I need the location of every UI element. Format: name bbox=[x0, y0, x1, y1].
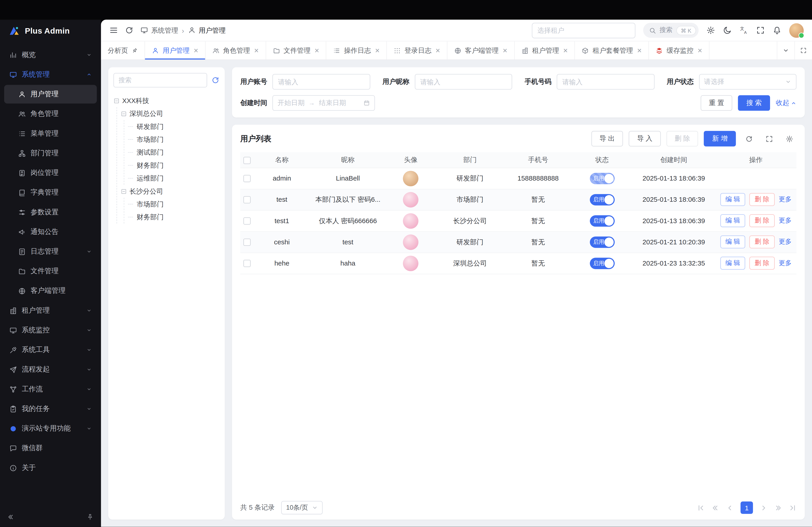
sidebar-item-file-manage[interactable]: 文件管理 bbox=[4, 262, 97, 281]
tab-dropdown-button[interactable] bbox=[777, 42, 794, 60]
sidebar-item-wechat-group[interactable]: 微信群 bbox=[4, 439, 97, 457]
sidebar-item-tenant-manage[interactable]: 租户管理 bbox=[4, 301, 97, 320]
status-toggle[interactable]: 启用 bbox=[590, 173, 614, 184]
collapse-filters-link[interactable]: 收起 bbox=[776, 98, 796, 107]
last-page-icon[interactable] bbox=[789, 504, 796, 511]
filter-input-account[interactable] bbox=[273, 74, 370, 90]
settings-icon[interactable] bbox=[707, 26, 715, 35]
sidebar-item-client-manage[interactable]: 客户端管理 bbox=[4, 282, 97, 300]
sidebar-item-log-manage[interactable]: 日志管理 bbox=[4, 242, 97, 261]
tree-node[interactable]: 财务部门 bbox=[128, 159, 219, 172]
fullscreen-icon[interactable] bbox=[756, 26, 765, 35]
sidebar-item-demo-features[interactable]: 演示站专用功能 bbox=[4, 419, 97, 438]
tab-file[interactable]: 文件管理× bbox=[266, 42, 327, 60]
user-avatar-menu[interactable] bbox=[789, 23, 804, 37]
next-jump-icon[interactable] bbox=[774, 504, 782, 511]
row-checkbox[interactable] bbox=[243, 175, 250, 182]
sidebar-item-dict-manage[interactable]: 字典管理 bbox=[4, 183, 97, 202]
tab-user[interactable]: 用户管理× bbox=[145, 42, 205, 60]
edit-button[interactable]: 编 辑 bbox=[720, 257, 745, 270]
sidebar-item-workflow[interactable]: 工作流 bbox=[4, 380, 97, 398]
sidebar-item-menu-manage[interactable]: 菜单管理 bbox=[4, 124, 97, 143]
sidebar-item-system[interactable]: 系统管理 bbox=[4, 65, 97, 84]
sidebar-item-my-tasks[interactable]: 我的任务 bbox=[4, 400, 97, 418]
prev-jump-icon[interactable] bbox=[712, 504, 719, 511]
refresh-table-button[interactable] bbox=[742, 132, 756, 146]
app-logo[interactable]: Plus Admin bbox=[0, 20, 101, 42]
tab-op-log[interactable]: 操作日志× bbox=[327, 42, 387, 60]
sidebar-item-about[interactable]: 关于 bbox=[4, 458, 97, 477]
sidebar-item-system-monitor[interactable]: 系统监控 bbox=[4, 321, 97, 340]
status-toggle[interactable]: 启用 bbox=[590, 215, 614, 227]
tree-node[interactable]: 财务部门 bbox=[128, 211, 219, 223]
tenant-select-input[interactable] bbox=[532, 22, 635, 38]
status-toggle[interactable]: 启用 bbox=[590, 236, 614, 248]
status-toggle[interactable]: 启用 bbox=[590, 194, 614, 205]
sidebar-item-post-manage[interactable]: 岗位管理 bbox=[4, 164, 97, 182]
tab-cache-monitor[interactable]: 缓存监控× bbox=[649, 42, 709, 60]
first-page-icon[interactable] bbox=[697, 504, 705, 511]
tab-tenant[interactable]: 租户管理× bbox=[514, 42, 575, 60]
prev-page-icon[interactable] bbox=[726, 504, 734, 511]
filter-input-phone[interactable] bbox=[557, 74, 654, 90]
tree-search-input[interactable] bbox=[114, 73, 207, 88]
status-toggle[interactable]: 启用 bbox=[590, 257, 614, 269]
delete-button[interactable]: 删 除 bbox=[750, 214, 774, 227]
edit-button[interactable]: 编 辑 bbox=[720, 236, 745, 249]
tab-analysis[interactable]: 分析页 bbox=[101, 42, 145, 60]
menu-icon[interactable] bbox=[109, 26, 118, 35]
export-button[interactable]: 导 出 bbox=[591, 131, 623, 147]
more-button[interactable]: 更多 bbox=[779, 216, 792, 225]
edit-button[interactable]: 编 辑 bbox=[720, 214, 745, 227]
tab-role[interactable]: 角色管理× bbox=[205, 42, 266, 60]
table-settings-button[interactable] bbox=[782, 132, 796, 146]
next-page-icon[interactable] bbox=[760, 504, 767, 511]
global-search-button[interactable]: 搜索 ⌘ K bbox=[643, 23, 699, 38]
tree-node[interactable]: 深圳总公司 bbox=[121, 107, 220, 120]
close-tab-icon[interactable]: × bbox=[375, 47, 380, 54]
tab-login-log[interactable]: 登录日志× bbox=[387, 42, 447, 60]
tree-refresh-icon[interactable] bbox=[211, 76, 220, 85]
close-tab-icon[interactable]: × bbox=[436, 47, 440, 54]
delete-button[interactable]: 删 除 bbox=[750, 193, 774, 206]
tree-node[interactable]: XXX科技 bbox=[114, 94, 220, 107]
close-tab-icon[interactable]: × bbox=[254, 47, 259, 54]
sidebar-item-overview[interactable]: 概览 bbox=[4, 46, 97, 64]
reset-button[interactable]: 重 置 bbox=[700, 95, 733, 111]
page-size-select[interactable]: 10条/页 bbox=[281, 501, 322, 514]
sidebar-item-notice[interactable]: 通知公告 bbox=[4, 223, 97, 241]
content-fullscreen-button[interactable] bbox=[794, 42, 812, 60]
expand-table-button[interactable] bbox=[762, 132, 776, 146]
tree-node[interactable]: 市场部门 bbox=[128, 198, 219, 211]
sidebar-item-flow-start[interactable]: 流程发起 bbox=[4, 360, 97, 379]
language-icon[interactable]: 文A bbox=[740, 26, 749, 35]
more-button[interactable]: 更多 bbox=[779, 238, 792, 246]
filter-input-nickname[interactable] bbox=[415, 74, 512, 90]
sidebar-item-dept-manage[interactable]: 部门管理 bbox=[4, 144, 97, 163]
refresh-page-icon[interactable] bbox=[125, 26, 133, 35]
more-button[interactable]: 更多 bbox=[779, 259, 792, 268]
delete-selected-button[interactable]: 删 除 bbox=[666, 131, 698, 147]
row-checkbox[interactable] bbox=[243, 217, 250, 225]
close-tab-icon[interactable]: × bbox=[194, 47, 198, 54]
delete-button[interactable]: 删 除 bbox=[750, 257, 774, 270]
select-all-checkbox[interactable] bbox=[243, 157, 250, 164]
tab-client[interactable]: 客户端管理× bbox=[447, 42, 514, 60]
close-tab-icon[interactable]: × bbox=[637, 47, 642, 54]
row-checkbox[interactable] bbox=[243, 260, 250, 267]
close-tab-icon[interactable]: × bbox=[315, 47, 319, 54]
breadcrumb-item[interactable]: 系统管理 bbox=[151, 26, 178, 35]
close-tab-icon[interactable]: × bbox=[503, 47, 507, 54]
sidebar-item-system-tools[interactable]: 系统工具 bbox=[4, 341, 97, 359]
tree-node[interactable]: 研发部门 bbox=[128, 120, 219, 133]
more-button[interactable]: 更多 bbox=[779, 195, 792, 204]
filter-select-status[interactable]: 请选择 bbox=[699, 74, 796, 90]
date-range-picker[interactable]: 开始日期 → 结束日期 bbox=[273, 95, 375, 111]
pin-sidebar-icon[interactable] bbox=[86, 513, 93, 521]
collapse-sidebar-icon[interactable] bbox=[7, 513, 14, 521]
import-button[interactable]: 导 入 bbox=[629, 131, 661, 147]
search-button[interactable]: 搜 索 bbox=[738, 95, 770, 111]
row-checkbox[interactable] bbox=[243, 196, 250, 204]
tree-node[interactable]: 运维部门 bbox=[128, 172, 219, 185]
tree-node[interactable]: 长沙分公司 bbox=[121, 185, 220, 198]
